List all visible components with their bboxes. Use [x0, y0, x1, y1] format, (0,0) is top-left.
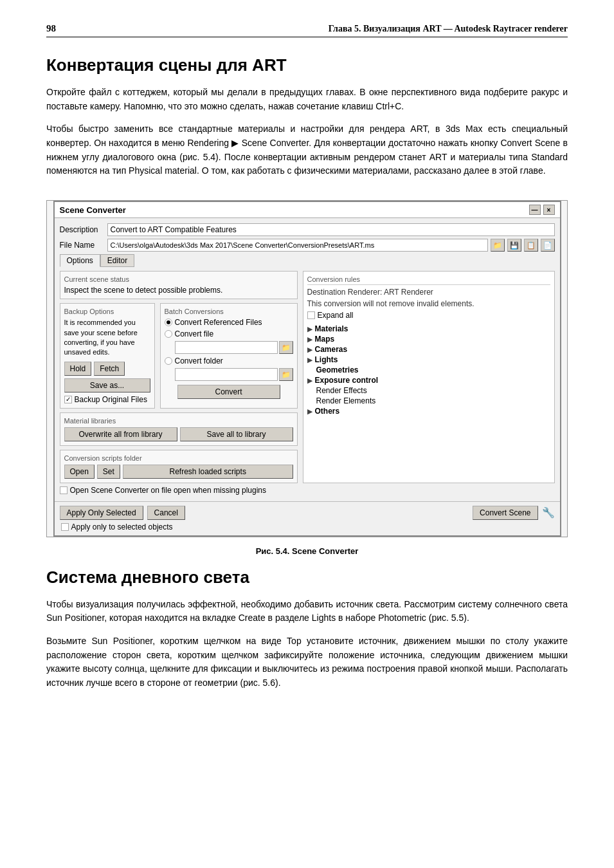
description-row: Description [60, 223, 555, 236]
overwrite-all-button[interactable]: Overwrite all from library [64, 427, 177, 441]
figure-scene-converter: Scene Converter — × Description File Nam… [46, 200, 568, 537]
convert-folder-browse-btn[interactable]: 📁 [279, 368, 293, 381]
radio-folder-row: Convert folder [165, 356, 293, 365]
tree-label-materials: Materials [315, 324, 348, 333]
save-as-button[interactable]: Save as... [64, 378, 150, 392]
apply-only-selected-button[interactable]: Apply Only Selected [60, 506, 143, 520]
convert-file-input[interactable] [175, 341, 278, 354]
hold-button[interactable]: Hold [64, 362, 92, 376]
tree-maps[interactable]: ▶ Maps [307, 334, 550, 344]
tab-editor[interactable]: Editor [100, 254, 134, 267]
dialog-title: Scene Converter [60, 205, 126, 215]
description-label: Description [60, 225, 105, 234]
tree-label-cameras: Cameras [315, 345, 348, 354]
material-libraries-buttons: Overwrite all from library Save all to l… [64, 427, 293, 441]
dialog-left-column: Current scene status Inspect the scene t… [60, 271, 298, 483]
dialog-columns: Current scene status Inspect the scene t… [60, 271, 555, 483]
backup-options-box: Backup Options It is recommended you sav… [60, 303, 155, 409]
backup-checkbox-label: Backup Original Files [75, 395, 147, 404]
close-button[interactable]: × [543, 205, 555, 215]
convert-folder-input[interactable] [175, 368, 278, 381]
file-save-icon-btn[interactable]: 💾 [507, 239, 521, 252]
tree-lights[interactable]: ▶ Lights [307, 355, 550, 365]
radio-folder[interactable] [165, 357, 172, 365]
page-header: 98 Глава 5. Визуализация ART — Autodesk … [46, 23, 568, 37]
tree-arrow-maps: ▶ [307, 336, 312, 343]
figure-caption-bold: Рис. 5.4. [256, 546, 290, 556]
convert-scene-button[interactable]: Convert Scene [473, 506, 537, 520]
save-as-row: Save as... [64, 378, 150, 392]
convert-file-browse-btn[interactable]: 📁 [279, 341, 293, 354]
save-all-button[interactable]: Save all to library [180, 427, 293, 441]
convert-button[interactable]: Convert [177, 385, 280, 399]
footer-buttons: Apply Only Selected Cancel Convert Scene… [60, 506, 555, 520]
radio-referenced[interactable] [165, 319, 172, 326]
file-new-icon-btn[interactable]: 📄 [541, 239, 555, 252]
refresh-button[interactable]: Refresh loaded scripts [123, 465, 293, 479]
set-button[interactable]: Set [97, 465, 120, 479]
section2-heading: Система дневного света [46, 568, 568, 587]
section2-para2: Возьмите Sun Positioner, коротким щелчко… [46, 634, 568, 690]
file-save2-icon-btn[interactable]: 📋 [524, 239, 538, 252]
open-scene-checkbox-row: Open Scene Converter on file open when m… [60, 486, 555, 495]
dest-renderer-text: Destination Renderer: ART Renderer [307, 288, 550, 297]
expand-all-row: Expand all [307, 311, 550, 320]
page: 98 Глава 5. Визуализация ART — Autodesk … [0, 0, 614, 868]
tree-geometries: Geometries [307, 365, 550, 375]
open-scene-checkbox[interactable] [60, 486, 68, 494]
backup-checkbox-row: Backup Original Files [64, 395, 150, 404]
cancel-button[interactable]: Cancel [147, 506, 185, 520]
radio-file[interactable] [165, 330, 172, 338]
expand-all-checkbox[interactable] [307, 311, 315, 319]
radio-referenced-row: Convert Referenced Files [165, 318, 293, 327]
tree-materials[interactable]: ▶ Materials [307, 324, 550, 334]
tab-options[interactable]: Options [60, 254, 100, 267]
page-number: 98 [46, 23, 56, 34]
figure-caption: Рис. 5.4. Scene Converter [46, 546, 568, 556]
backup-options-label: Backup Options [64, 308, 150, 315]
open-button[interactable]: Open [64, 465, 95, 479]
filename-row: File Name 📁 💾 📋 📄 [60, 239, 555, 252]
section1-para1: Откройте файл с коттеджем, который мы де… [46, 86, 568, 113]
apply-objects-checkbox[interactable] [61, 523, 69, 531]
scripts-folder-label: Conversion scripts folder [64, 454, 293, 462]
bottom-checkbox-row: Open Scene Converter on file open when m… [60, 483, 555, 496]
material-libraries-label: Material libraries [64, 417, 293, 425]
radio-referenced-label: Convert Referenced Files [175, 318, 262, 327]
tree-label-render-effects: Render Effects [307, 386, 367, 395]
section1-para2: Чтобы быстро заменить все стандартные ма… [46, 122, 568, 178]
tree-arrow-exposure: ▶ [307, 377, 312, 384]
conv-rules-label: Conversion rules [307, 275, 550, 285]
chapter-bold: Глава 5. [329, 24, 361, 33]
section1-heading: Конвертация сцены для ART [46, 55, 568, 75]
open-scene-label: Open Scene Converter on file open when m… [70, 486, 267, 495]
tree-label-lights: Lights [315, 355, 338, 364]
radio-file-label: Convert file [175, 329, 214, 338]
tree-label-render-elements: Render Elements [307, 396, 376, 405]
tree-render-effects: Render Effects [307, 385, 550, 396]
chapter-title: Глава 5. Визуализация ART — Autodesk Ray… [329, 24, 568, 34]
tree-exposure[interactable]: ▶ Exposure control [307, 375, 550, 385]
backup-checkbox[interactable] [64, 396, 72, 403]
tree-render-elements: Render Elements [307, 396, 550, 406]
radio-folder-label: Convert folder [175, 356, 223, 365]
wrench-icon: 🔧 [542, 506, 555, 519]
conversion-rules-panel: Conversion rules Destination Renderer: A… [303, 271, 555, 483]
fetch-button[interactable]: Fetch [94, 362, 125, 376]
tree-label-geometries: Geometries [307, 365, 359, 374]
scripts-buttons-row: Open Set Refresh loaded scripts [64, 465, 293, 479]
tree-cameras[interactable]: ▶ Cameras [307, 344, 550, 355]
tree-label-others: Others [315, 407, 340, 416]
tree-arrow-cameras: ▶ [307, 346, 312, 353]
tree-others[interactable]: ▶ Others [307, 406, 550, 416]
file-open-icon-btn[interactable]: 📁 [491, 239, 505, 252]
radio-file-row: Convert file [165, 329, 293, 338]
tree-label-maps: Maps [315, 335, 335, 344]
minimize-button[interactable]: — [529, 205, 541, 215]
backup-batch-row: Backup Options It is recommended you sav… [60, 303, 298, 409]
expand-all-label: Expand all [318, 311, 354, 320]
description-input[interactable] [107, 223, 555, 236]
dialog-titlebar: Scene Converter — × [55, 202, 560, 218]
material-libraries-box: Material libraries Overwrite all from li… [60, 412, 298, 446]
filename-input[interactable] [107, 239, 488, 252]
